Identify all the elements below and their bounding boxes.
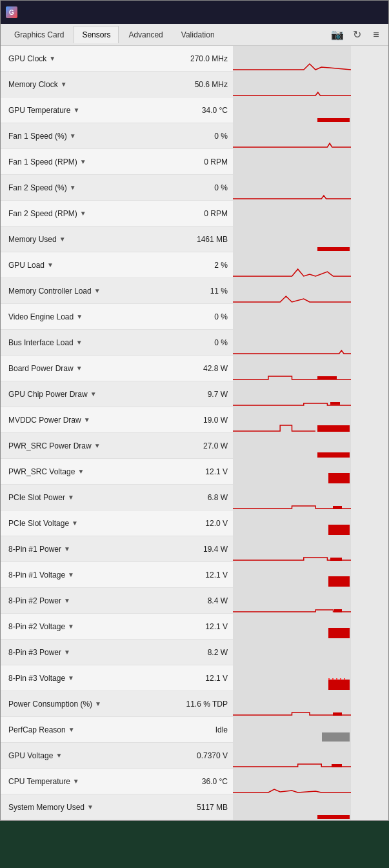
sensor-name-label[interactable]: GPU Voltage ▼ xyxy=(1,751,168,760)
dropdown-arrow-icon[interactable]: ▼ xyxy=(84,416,90,423)
sensor-name-label[interactable]: MVDDC Power Draw ▼ xyxy=(1,416,168,425)
sensor-name-label[interactable]: PerfCap Reason ▼ xyxy=(1,725,168,734)
sensor-row: PCIe Slot Voltage ▼12.0 V xyxy=(1,510,388,536)
dropdown-arrow-icon[interactable]: ▼ xyxy=(95,700,101,707)
dropdown-arrow-icon[interactable]: ▼ xyxy=(76,365,83,372)
sensor-name-label[interactable]: Power Consumption (%) ▼ xyxy=(1,700,168,709)
sensor-graph xyxy=(233,356,388,381)
sensor-name-label[interactable]: Fan 2 Speed (%) ▼ xyxy=(1,183,168,192)
menu-icon[interactable]: ≡ xyxy=(369,28,383,42)
camera-icon[interactable]: 📷 xyxy=(330,28,344,42)
sensor-value: 0 % xyxy=(168,183,233,192)
sensor-row: PCIe Slot Power ▼6.8 W xyxy=(1,485,388,510)
tab-validation[interactable]: Validation xyxy=(173,26,223,43)
svg-rect-39 xyxy=(328,678,330,680)
sensor-value: 5117 MB xyxy=(168,803,233,812)
dropdown-arrow-icon[interactable]: ▼ xyxy=(77,468,84,475)
sensor-name-label[interactable]: 8-Pin #3 Voltage ▼ xyxy=(1,674,168,683)
dropdown-arrow-icon[interactable]: ▼ xyxy=(72,520,78,527)
sensor-graph xyxy=(233,252,388,278)
sensor-name-label[interactable]: System Memory Used ▼ xyxy=(1,803,168,812)
close-button[interactable] xyxy=(370,6,383,19)
sensor-name-label[interactable]: GPU Clock ▼ xyxy=(1,54,168,63)
sensor-name-label[interactable]: GPU Load ▼ xyxy=(1,261,168,270)
sensor-value: 19.0 W xyxy=(168,416,233,425)
titlebar-controls xyxy=(329,6,383,19)
sensor-value: 12.0 V xyxy=(168,519,233,528)
titlebar-left: G xyxy=(6,6,21,18)
sensor-value: 34.0 °C xyxy=(168,106,233,115)
tab-sensors[interactable]: Sensors xyxy=(74,26,119,43)
dropdown-arrow-icon[interactable]: ▼ xyxy=(68,674,74,681)
sensor-name-label[interactable]: Fan 1 Speed (%) ▼ xyxy=(1,132,168,141)
sensor-name-label[interactable]: PCIe Slot Power ▼ xyxy=(1,493,168,502)
dropdown-arrow-icon[interactable]: ▼ xyxy=(64,545,70,552)
sensor-name-label[interactable]: Video Engine Load ▼ xyxy=(1,312,168,321)
sensor-name-label[interactable]: PCIe Slot Voltage ▼ xyxy=(1,519,168,528)
refresh-icon[interactable]: ↻ xyxy=(350,28,364,42)
sensor-graph xyxy=(233,433,388,459)
tab-advanced[interactable]: Advanced xyxy=(120,26,171,43)
dropdown-arrow-icon[interactable]: ▼ xyxy=(61,81,67,88)
sensor-name-label[interactable]: PWR_SRC Voltage ▼ xyxy=(1,467,168,476)
sensor-name-label[interactable]: 8-Pin #3 Power ▼ xyxy=(1,648,168,657)
dropdown-arrow-icon[interactable]: ▼ xyxy=(80,210,86,217)
sensor-name-label[interactable]: GPU Chip Power Draw ▼ xyxy=(1,390,168,399)
sensor-row: PWR_SRC Power Draw ▼27.0 W xyxy=(1,433,388,459)
minimize-button[interactable] xyxy=(329,6,342,19)
dropdown-arrow-icon[interactable]: ▼ xyxy=(49,55,55,62)
dropdown-arrow-icon[interactable]: ▼ xyxy=(87,803,94,811)
sensor-graph xyxy=(233,794,388,820)
dropdown-arrow-icon[interactable]: ▼ xyxy=(68,726,75,733)
sensor-name-label[interactable]: Memory Clock ▼ xyxy=(1,80,168,89)
sensor-name-label[interactable]: 8-Pin #1 Power ▼ xyxy=(1,545,168,554)
sensor-name-label[interactable]: GPU Temperature ▼ xyxy=(1,106,168,115)
svg-rect-29 xyxy=(330,558,342,561)
sensor-row: PerfCap Reason ▼Idle xyxy=(1,717,388,743)
dropdown-arrow-icon[interactable]: ▼ xyxy=(76,339,83,346)
sensor-name-label[interactable]: Fan 2 Speed (RPM) ▼ xyxy=(1,209,168,218)
sensor-row: Fan 1 Speed (RPM) ▼0 RPM xyxy=(1,149,388,175)
dropdown-arrow-icon[interactable]: ▼ xyxy=(70,132,76,139)
dropdown-arrow-icon[interactable]: ▼ xyxy=(64,649,70,656)
sensor-row: Board Power Draw ▼42.8 W xyxy=(1,356,388,381)
svg-rect-6 xyxy=(233,175,351,201)
sensor-name-label[interactable]: 8-Pin #2 Power ▼ xyxy=(1,596,168,605)
sensor-name-label[interactable]: 8-Pin #2 Voltage ▼ xyxy=(1,622,168,631)
sensor-name-label[interactable]: Fan 1 Speed (RPM) ▼ xyxy=(1,157,168,167)
sensor-name-label[interactable]: CPU Temperature ▼ xyxy=(1,777,168,786)
dropdown-arrow-icon[interactable]: ▼ xyxy=(68,571,74,578)
dropdown-arrow-icon[interactable]: ▼ xyxy=(80,158,86,165)
sensor-name-label[interactable]: Memory Controller Load ▼ xyxy=(1,287,168,296)
dropdown-arrow-icon[interactable]: ▼ xyxy=(59,236,66,243)
dropdown-arrow-icon[interactable]: ▼ xyxy=(47,261,54,268)
sensor-name-label[interactable]: PWR_SRC Power Draw ▼ xyxy=(1,441,168,450)
dropdown-arrow-icon[interactable]: ▼ xyxy=(90,390,97,398)
dropdown-arrow-icon[interactable]: ▼ xyxy=(70,184,76,191)
svg-rect-47 xyxy=(322,732,350,742)
dropdown-arrow-icon[interactable]: ▼ xyxy=(94,287,101,294)
sensor-name-label[interactable]: Board Power Draw ▼ xyxy=(1,364,168,373)
svg-rect-49 xyxy=(332,764,342,767)
dropdown-arrow-icon[interactable]: ▼ xyxy=(74,106,80,114)
sensor-row: Video Engine Load ▼0 % xyxy=(1,304,388,330)
sensor-name-label[interactable]: Bus Interface Load ▼ xyxy=(1,338,168,347)
sensor-graph xyxy=(233,691,388,717)
sensor-value: 0.7370 V xyxy=(168,751,233,760)
dropdown-arrow-icon[interactable]: ▼ xyxy=(68,494,74,501)
dropdown-arrow-icon[interactable]: ▼ xyxy=(94,442,101,449)
dropdown-arrow-icon[interactable]: ▼ xyxy=(55,752,62,759)
sensor-row: Memory Controller Load ▼11 % xyxy=(1,278,388,304)
sensor-name-label[interactable]: Memory Used ▼ xyxy=(1,235,168,244)
sensor-row: 8-Pin #2 Voltage ▼12.1 V xyxy=(1,614,388,640)
maximize-button[interactable] xyxy=(350,6,363,19)
svg-rect-21 xyxy=(317,452,350,458)
sensor-name-label[interactable]: 8-Pin #1 Voltage ▼ xyxy=(1,570,168,580)
svg-rect-42 xyxy=(340,678,341,680)
dropdown-arrow-icon[interactable]: ▼ xyxy=(64,597,70,604)
dropdown-arrow-icon[interactable]: ▼ xyxy=(76,313,83,320)
dropdown-arrow-icon[interactable]: ▼ xyxy=(68,623,74,630)
sensor-value: 12.1 V xyxy=(168,674,233,683)
tab-graphics-card[interactable]: Graphics Card xyxy=(6,26,72,43)
dropdown-arrow-icon[interactable]: ▼ xyxy=(73,778,79,785)
